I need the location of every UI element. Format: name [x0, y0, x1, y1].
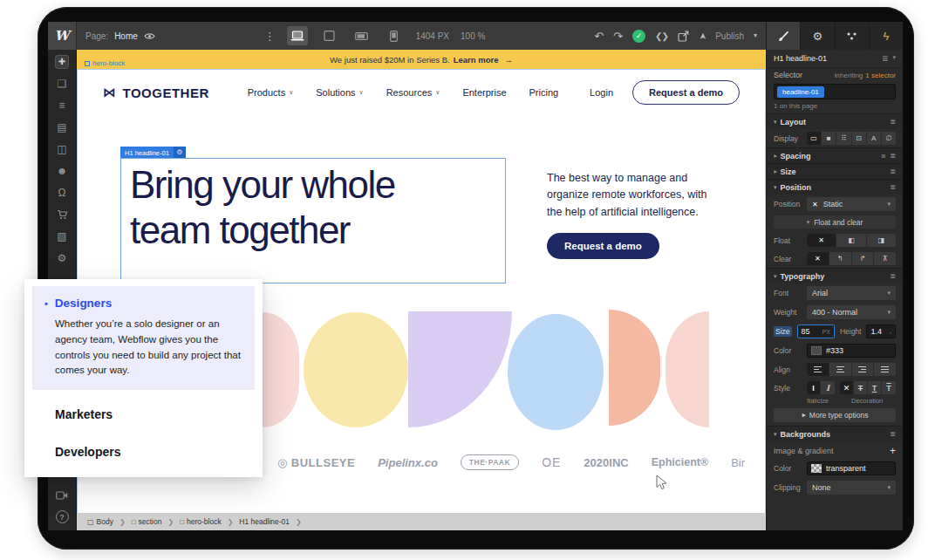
cms-icon[interactable]: ◫ [55, 142, 69, 156]
breadcrumb-section[interactable]: □section [128, 517, 166, 526]
section-position[interactable]: ▾ Position ≣ [767, 179, 903, 195]
float-right-icon[interactable]: ◨ [867, 234, 896, 247]
position-select[interactable]: ✕ Static ▾ [807, 197, 896, 211]
login-link[interactable]: Login [590, 87, 613, 98]
line-height-input[interactable]: 1.4 - [866, 324, 896, 338]
breakpoint-phone-portrait-icon[interactable] [384, 26, 405, 45]
publish-button[interactable]: Publish [715, 31, 744, 41]
float-left-icon[interactable]: ◧ [836, 234, 866, 247]
tab-quick-actions[interactable]: ϟ [870, 22, 903, 50]
breakpoint-tablet-icon[interactable] [319, 26, 340, 45]
tab-style[interactable] [767, 22, 801, 50]
audience-item-marketers[interactable]: Marketers [55, 407, 263, 421]
position-filter-icon[interactable]: ≣ [890, 183, 896, 191]
nav-request-demo-button[interactable]: Request a demo [632, 80, 740, 105]
components-icon[interactable]: ❏ [55, 77, 69, 91]
font-size-input[interactable]: 85 PX [797, 324, 835, 338]
selected-headline-element[interactable]: Bring your whole team together [120, 158, 506, 283]
tab-settings[interactable]: ⚙ [801, 22, 835, 50]
publish-chevron-icon[interactable]: ▾ [754, 32, 757, 39]
audience-item-developers[interactable]: Developers [55, 445, 263, 459]
menu-item-enterprise[interactable]: Enterprise [462, 87, 506, 98]
share-icon[interactable] [678, 31, 689, 42]
menu-item-products[interactable]: Products∨ [248, 87, 294, 98]
selector-input[interactable]: headline-01 [774, 84, 896, 99]
banner-link[interactable]: Learn more [454, 55, 499, 65]
page-name[interactable]: Home [114, 31, 138, 41]
weight-select[interactable]: 400 - Normal ▾ [807, 305, 896, 319]
font-size-unit[interactable]: PX [823, 329, 830, 335]
section-size[interactable]: ▾ Size ≣ [767, 163, 903, 179]
display-flex-icon[interactable]: ■ [822, 132, 836, 145]
float-clear-toggle[interactable]: ▾ Float and clear [774, 215, 896, 229]
announcement-banner[interactable]: hero-block We just raised $20M in Series… [77, 50, 766, 69]
typography-filter-icon[interactable]: ≣ [890, 272, 896, 280]
underline-icon[interactable]: T [868, 381, 882, 394]
clear-both-icon[interactable]: ⊼ [874, 252, 896, 265]
tab-interactions[interactable] [836, 22, 870, 50]
italic-on-icon[interactable]: I [821, 381, 835, 394]
menu-item-pricing[interactable]: Pricing [529, 87, 559, 98]
canvas-width-value[interactable]: 1404 PX [416, 31, 449, 41]
display-inline-icon[interactable]: A [867, 132, 882, 145]
breadcrumb-body[interactable]: ▢Body [84, 517, 117, 526]
clipping-select[interactable]: None ▾ [807, 481, 896, 495]
decoration-none-icon[interactable]: ✕ [840, 381, 854, 394]
breadcrumb-headline[interactable]: H1 headline-01 [236, 517, 293, 526]
float-none-icon[interactable]: ✕ [807, 234, 836, 247]
hero-request-demo-button[interactable]: Request a demo [547, 233, 659, 259]
audit-icon[interactable]: Ω [55, 186, 69, 200]
undo-icon[interactable]: ↶ [594, 31, 604, 42]
redo-icon[interactable]: ↷ [613, 31, 623, 42]
clear-right-icon[interactable]: ↱ [852, 252, 875, 265]
italic-off-icon[interactable]: I [807, 381, 821, 394]
breakpoint-desktop-icon[interactable] [287, 26, 308, 45]
spacing-box-icon[interactable]: ⧈ [881, 152, 885, 160]
site-brand[interactable]: ⋈ TOOGETHER [103, 85, 209, 100]
color-input[interactable]: #333 [807, 344, 896, 358]
align-justify-icon[interactable] [874, 363, 896, 376]
assets-icon[interactable]: ▧ [55, 229, 69, 243]
more-menu-icon[interactable]: ⋮ [264, 31, 276, 42]
layout-filter-icon[interactable]: ≣ [890, 118, 896, 126]
align-center-icon[interactable] [829, 363, 852, 376]
strikethrough-icon[interactable]: T [854, 381, 868, 394]
audience-label[interactable]: Designers [55, 297, 112, 310]
video-tutorials-icon[interactable] [55, 488, 69, 502]
align-left-icon[interactable] [807, 363, 829, 376]
more-type-options-button[interactable]: ▾ More type options [774, 408, 896, 422]
chevron-down-icon[interactable]: ▾ [892, 54, 896, 63]
settings-icon[interactable]: ⚙ [55, 251, 69, 265]
display-block-icon[interactable]: ▭ [807, 132, 822, 145]
h1-element-tag[interactable]: H1 headline-01 ⚙ [120, 147, 186, 158]
webflow-logo-icon[interactable]: W [48, 22, 77, 50]
backgrounds-filter-icon[interactable]: ≣ [890, 430, 896, 438]
menu-item-resources[interactable]: Resources∨ [386, 87, 440, 98]
audience-item-designers[interactable]: • Designers [44, 297, 242, 310]
ecommerce-cart-icon[interactable] [55, 208, 69, 222]
add-elements-icon[interactable]: ✚ [55, 55, 69, 69]
section-layout[interactable]: ▾ Layout ≣ [767, 113, 903, 129]
section-typography[interactable]: ▾ Typography ≣ [767, 268, 903, 283]
element-settings-gear-icon[interactable]: ⚙ [174, 147, 186, 158]
display-none-icon[interactable]: ∅ [882, 132, 896, 145]
export-code-icon[interactable]: ❮❯ [655, 31, 668, 41]
line-height-unit[interactable]: - [890, 329, 891, 335]
section-backgrounds[interactable]: ▾ Backgrounds ≣ [767, 426, 903, 441]
bg-color-input[interactable]: transparent [807, 461, 896, 475]
menu-item-solutions[interactable]: Solutions∨ [316, 87, 363, 98]
bg-color-swatch[interactable] [811, 464, 822, 473]
help-icon[interactable]: ? [56, 510, 69, 523]
color-swatch[interactable] [811, 346, 822, 355]
display-inline-block-icon[interactable]: ⊡ [852, 132, 867, 145]
section-spacing[interactable]: ▾ Spacing ⧈≣ [767, 147, 903, 163]
spacing-filter-icon[interactable]: ≣ [890, 152, 896, 160]
inherit-count[interactable]: 1 selector [865, 72, 896, 79]
add-background-icon[interactable]: + [890, 445, 896, 457]
overline-icon[interactable]: T [882, 381, 896, 394]
page-switcher[interactable]: Page: Home [85, 31, 155, 41]
clear-none-icon[interactable]: ✕ [807, 252, 829, 265]
breadcrumb-hero-block[interactable]: □hero-block [176, 517, 225, 526]
navigator-icon[interactable]: ≡ [55, 99, 69, 113]
font-select[interactable]: Arial ▾ [807, 286, 896, 300]
